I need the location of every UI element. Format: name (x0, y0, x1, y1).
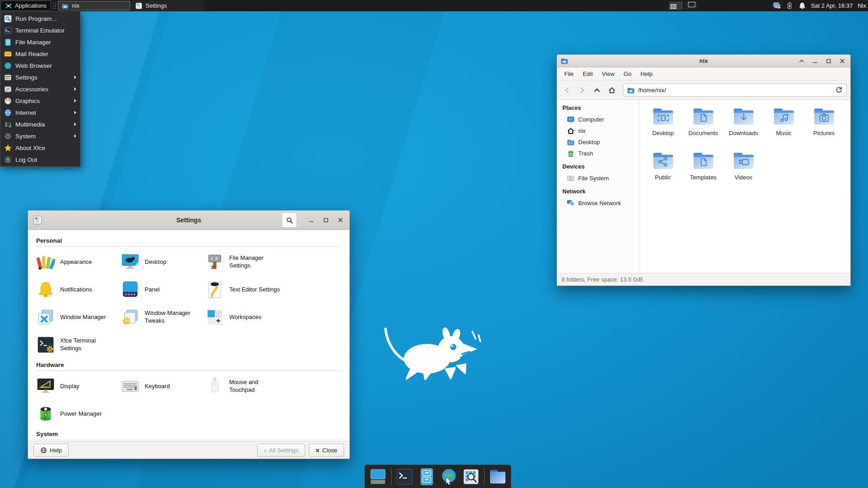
menu-item-terminal-emulator[interactable]: Terminal Emulator (0, 24, 80, 36)
sidebar-item-browse-network[interactable]: Browse Network (562, 197, 640, 209)
sidebar-item-computer[interactable]: Computer (562, 114, 640, 125)
sidebar-item-trash[interactable]: Trash (562, 148, 640, 159)
menu-file[interactable]: File (560, 69, 578, 79)
menu-item-about-xfce[interactable]: About Xfce (0, 142, 80, 154)
sidebar-item-file-system[interactable]: File System (562, 173, 640, 184)
folder-documents[interactable]: Documents (684, 105, 723, 150)
clock[interactable]: Sat 2 Apr, 16:37 (811, 2, 853, 9)
settings-app-icon (135, 2, 142, 9)
folder-music[interactable]: Music (764, 105, 804, 150)
folder-downloads[interactable]: Downloads (724, 105, 764, 150)
close-icon[interactable] (337, 216, 344, 224)
menu-item-web-browser[interactable]: Web Browser (0, 60, 80, 71)
up-button[interactable] (590, 84, 603, 96)
settings-tile-file-manager-settings[interactable]: File Manager Settings (205, 253, 341, 272)
all-settings-button[interactable]: ‹ All Settings (257, 444, 305, 457)
menu-item-accessories[interactable]: Accessories (0, 83, 80, 95)
settings-tile-panel[interactable]: Panel (121, 280, 205, 299)
maximize-icon[interactable] (322, 216, 330, 224)
menu-item-file-manager[interactable]: File Manager (0, 36, 80, 48)
bell-icon[interactable] (798, 2, 806, 9)
settings-tile-text-editor[interactable]: Text Editor Settings (205, 280, 341, 299)
settings-tile-desktop[interactable]: Desktop (121, 253, 205, 272)
window-button-nix[interactable]: nix (58, 1, 130, 10)
submenu-arrow-icon (74, 134, 76, 138)
applications-menu-button[interactable]: Applications (0, 0, 51, 11)
close-button[interactable]: × Close (309, 444, 344, 457)
battery-icon[interactable] (786, 2, 793, 9)
menu-item-run-program[interactable]: Run Program... (0, 13, 80, 24)
sidebar-item-label: Trash (578, 150, 593, 157)
folder-videos[interactable]: Videos (724, 150, 764, 194)
shade-icon[interactable] (798, 57, 805, 65)
xfce-mouse-logo (382, 322, 487, 381)
home-button[interactable] (605, 84, 618, 96)
back-button[interactable] (561, 84, 573, 96)
settings-tile-mouse[interactable]: Mouse and Touchpad (205, 377, 341, 396)
reload-icon[interactable] (835, 86, 843, 94)
terminal-icon[interactable] (396, 468, 414, 486)
settings-tile-keyboard[interactable]: Keyboard (121, 377, 205, 396)
folder-desktop[interactable]: Desktop (643, 105, 683, 150)
mouse-icon (205, 377, 224, 396)
menu-item-log-out[interactable]: Log Out (0, 154, 80, 165)
window-controls (798, 57, 846, 65)
settings-tile-workspaces[interactable]: Workspaces (205, 308, 341, 327)
menu-item-multimedia[interactable]: Multimedia (0, 118, 80, 130)
menu-item-mail-reader[interactable]: Mail Reader (0, 48, 80, 60)
menu-edit[interactable]: Edit (578, 69, 597, 79)
display-icon[interactable] (773, 2, 781, 9)
user-menu[interactable]: Nix (858, 2, 866, 9)
panel-handle[interactable] (52, 2, 57, 9)
settings-tile-window-manager-tweaks[interactable]: Window Manager Tweaks (121, 308, 205, 327)
sidebar-item-desktop[interactable]: Desktop (562, 136, 640, 148)
file-grid: Desktop Documents Downloads Music Pictur… (640, 100, 850, 273)
menu-item-label: Settings (15, 74, 38, 81)
folder-icon[interactable] (489, 468, 507, 486)
settings-tile-window-manager[interactable]: Window Manager (36, 308, 121, 327)
folder-public[interactable]: Public (643, 150, 683, 194)
menu-item-settings[interactable]: Settings (0, 71, 80, 83)
folder-pictures[interactable]: Pictures (804, 105, 844, 150)
path-text[interactable]: /home/nix/ (638, 87, 832, 94)
tile-label: Notifications (60, 286, 92, 294)
settings-tile-notifications[interactable]: Notifications (36, 280, 121, 299)
settings-titlebar[interactable]: Settings (28, 211, 349, 230)
workspace-1[interactable] (668, 1, 684, 10)
file-manager-titlebar[interactable]: nix (557, 55, 850, 67)
forward-button[interactable] (576, 84, 588, 96)
menu-go[interactable]: Go (619, 69, 636, 79)
settings-tile-terminal-settings[interactable]: Xfce Terminal Settings (36, 335, 121, 354)
search-icon (286, 216, 293, 224)
window-button-settings[interactable]: Settings (132, 1, 204, 10)
menu-item-graphics[interactable]: Graphics (0, 95, 80, 107)
workspace-2[interactable] (684, 1, 699, 10)
help-button[interactable]: Help (33, 444, 69, 457)
file-cabinet-icon[interactable] (418, 468, 436, 486)
settings-tile-appearance[interactable]: Appearance (36, 253, 121, 272)
search-button[interactable] (282, 212, 297, 228)
menu-item-internet[interactable]: Internet (0, 107, 80, 118)
maximize-icon[interactable] (825, 57, 832, 65)
show-desktop-icon[interactable] (369, 468, 387, 486)
folder-icon (773, 105, 795, 128)
minimize-icon[interactable] (811, 57, 819, 65)
minimize-icon[interactable] (308, 216, 315, 224)
path-bar[interactable]: /home/nix/ (623, 84, 847, 97)
settings-tile-power-manager[interactable]: Power Manager (36, 404, 121, 423)
settings-tile-display[interactable]: Display (36, 377, 121, 396)
menu-help[interactable]: Help (636, 69, 657, 79)
workspace-switcher[interactable] (668, 1, 699, 10)
close-label: Close (322, 447, 337, 454)
menu-item-system[interactable]: System (0, 130, 80, 142)
network-icon (567, 199, 575, 207)
web-browser-icon[interactable] (440, 468, 458, 486)
dock (364, 465, 511, 488)
app-finder-icon[interactable] (462, 468, 480, 486)
menu-view[interactable]: View (597, 69, 619, 79)
up-icon (593, 86, 601, 94)
folder-icon (732, 150, 755, 172)
sidebar-item-nix[interactable]: nix (562, 125, 640, 136)
folder-templates[interactable]: Templates (684, 150, 723, 194)
close-icon[interactable] (839, 57, 846, 65)
